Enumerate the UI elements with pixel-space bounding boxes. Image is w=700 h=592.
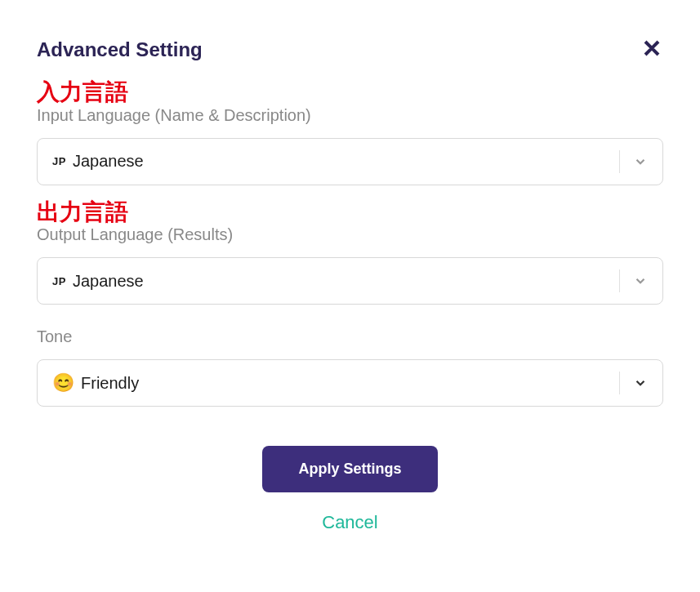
input-language-select[interactable]: JP Japanese bbox=[37, 138, 663, 185]
output-language-label-en: Output Language (Results) bbox=[37, 225, 663, 244]
tone-emoji-icon: 😊 bbox=[52, 372, 74, 394]
modal-title: Advanced Setting bbox=[37, 38, 203, 61]
cancel-button[interactable]: Cancel bbox=[322, 512, 377, 533]
input-language-label-en: Input Language (Name & Description) bbox=[37, 106, 663, 125]
chevron-down-icon bbox=[619, 269, 648, 292]
tone-value: Friendly bbox=[81, 374, 139, 393]
tone-select[interactable]: 😊 Friendly bbox=[37, 359, 663, 407]
output-language-label-jp: 出力言語 bbox=[37, 198, 663, 226]
input-language-value: Japanese bbox=[73, 152, 144, 171]
output-language-value: Japanese bbox=[73, 272, 144, 291]
close-icon bbox=[640, 50, 663, 62]
input-language-label-jp: 入力言語 bbox=[37, 78, 663, 106]
output-language-code: JP bbox=[52, 275, 66, 287]
chevron-down-icon bbox=[619, 150, 648, 173]
tone-label: Tone bbox=[37, 327, 663, 346]
input-language-code: JP bbox=[52, 155, 66, 167]
output-language-select[interactable]: JP Japanese bbox=[37, 257, 663, 305]
chevron-down-icon bbox=[619, 372, 648, 394]
apply-settings-button[interactable]: Apply Settings bbox=[262, 446, 437, 492]
close-button[interactable] bbox=[640, 37, 663, 62]
